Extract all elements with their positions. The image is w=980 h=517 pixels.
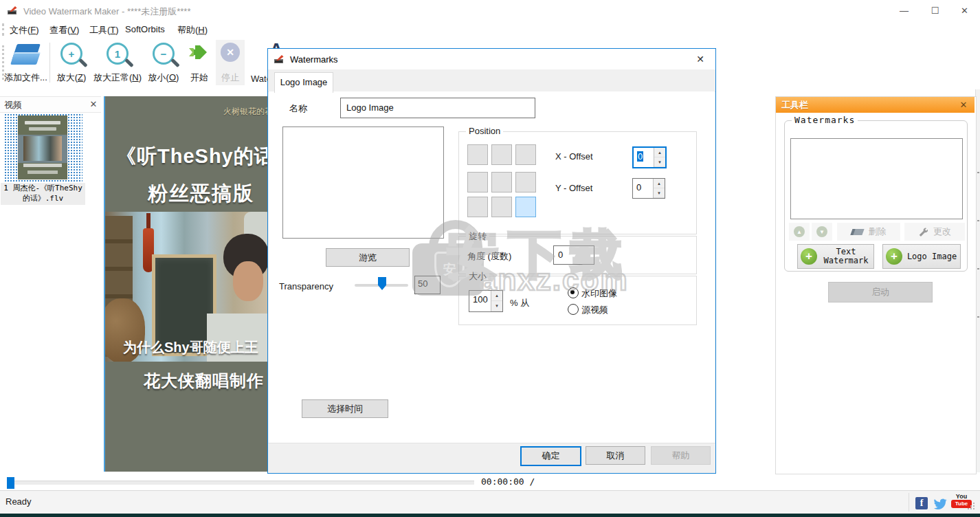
tool-panel-header: 工具栏 ✕	[776, 97, 975, 113]
select-time-button[interactable]: 选择时间	[302, 399, 388, 418]
angle-input[interactable]: 0	[553, 245, 594, 265]
radio-source-video-label[interactable]: 源视频	[581, 304, 608, 316]
position-cell-mid-left[interactable]	[467, 172, 488, 192]
transparency-value[interactable]: 50	[414, 276, 441, 294]
logo-preview-box	[282, 126, 444, 239]
tool-panel-close-icon[interactable]: ✕	[958, 99, 969, 110]
video-thumbnail-selection[interactable]	[4, 113, 82, 182]
launch-button: 启动	[828, 282, 933, 302]
position-cell-top-right[interactable]	[515, 144, 536, 165]
video-thumbnail[interactable]	[18, 116, 67, 179]
dialog-tab-strip	[268, 69, 715, 92]
title-bar: Video Watermark Maker - ****未注册版**** — ☐…	[0, 0, 980, 21]
y-offset-up-icon[interactable]: ▲	[654, 179, 665, 188]
video-panel-close-icon[interactable]: ✕	[88, 98, 99, 109]
dialog-title: Watermarks	[290, 54, 338, 65]
tab-logo-image[interactable]: Logo Image	[274, 72, 333, 93]
help-button: 帮助	[651, 446, 711, 465]
eraser-icon	[850, 229, 864, 235]
stop-icon: ✕	[221, 43, 240, 62]
position-cell-mid-right[interactable]	[515, 172, 536, 192]
menu-help[interactable]: 帮助(H)	[177, 24, 208, 36]
angle-label: 角度 (度数)	[467, 250, 511, 263]
zoom-in-icon: +	[60, 43, 82, 65]
menu-view[interactable]: 查看(V)	[49, 24, 79, 36]
radio-source-video[interactable]	[568, 304, 579, 315]
tool-panel-title: 工具栏	[781, 99, 808, 111]
change-button: 更改	[904, 223, 965, 241]
timeline-track[interactable]	[14, 481, 474, 485]
twitter-icon[interactable]	[933, 498, 947, 510]
menu-softorbits[interactable]: SoftOrbits	[125, 24, 165, 34]
window-title: Video Watermark Maker - ****未注册版****	[23, 6, 190, 18]
watermarks-group: Watermarks ▲ ▼ 删除 更改 + Text Watermark +	[784, 120, 968, 272]
add-text-watermark-button[interactable]: + Text Watermark	[797, 244, 874, 269]
video-corner-text: 火树银花的花大	[223, 106, 271, 118]
zoom-in-button[interactable]: + 放大(Z)	[54, 40, 89, 85]
size-up-icon[interactable]: ▲	[491, 291, 502, 301]
add-logo-image-button[interactable]: + Logo Image	[882, 244, 961, 269]
position-cell-top-left[interactable]	[467, 144, 488, 165]
close-button[interactable]: ✕	[949, 0, 980, 21]
watermarks-group-legend: Watermarks	[792, 115, 858, 125]
position-legend: Position	[466, 126, 503, 136]
radio-watermark-image[interactable]	[568, 287, 579, 298]
cancel-button[interactable]: 取消	[586, 446, 645, 465]
start-button[interactable]: 开始	[184, 40, 214, 85]
x-offset-up-icon[interactable]: ▲	[654, 148, 665, 157]
y-offset-down-icon[interactable]: ▼	[654, 188, 665, 198]
radio-watermark-image-label[interactable]: 水印图像	[581, 287, 617, 300]
menu-bar: 文件(F) 查看(V) 工具(T) SoftOrbits 帮助(H)	[0, 21, 980, 38]
x-offset-down-icon[interactable]: ▼	[654, 157, 665, 167]
position-cell-top-center[interactable]	[491, 144, 512, 165]
add-files-button[interactable]: 添加文件...	[4, 40, 47, 85]
timeline: 00:00:00 /	[0, 472, 980, 490]
menu-file[interactable]: 文件(F)	[10, 24, 39, 36]
facebook-icon[interactable]: f	[915, 497, 928, 509]
video-list-item-caption[interactable]: 1 周杰伦-《听TheShy 的话》.flv	[1, 183, 85, 205]
size-down-icon[interactable]: ▼	[491, 301, 502, 311]
ok-button[interactable]: 确定	[520, 446, 581, 466]
watermarks-list[interactable]	[790, 138, 963, 219]
move-down-button: ▼	[812, 223, 832, 241]
y-offset-spinner[interactable]: 0 ▲▼	[632, 178, 665, 199]
zoom-normal-button[interactable]: 1 放大正常(N)	[92, 40, 143, 85]
maximize-button[interactable]: ☐	[920, 0, 950, 21]
menu-gripper	[2, 23, 4, 36]
position-group: Position X - Offset 0 ▲▼ Y - Offset 0 ▲▼	[458, 131, 697, 234]
size-group: 大小 100 ▲▼ % 从 水印图像 源视频	[458, 276, 697, 325]
size-spinner[interactable]: 100 ▲▼	[469, 290, 503, 312]
status-separator	[909, 493, 909, 512]
browse-button[interactable]: 游览	[326, 248, 410, 267]
dialog-title-bar: Watermarks ✕	[268, 49, 715, 69]
position-cell-bottom-right-selected[interactable]	[515, 197, 536, 217]
move-up-icon: ▲	[794, 226, 805, 237]
timeline-time: 00:00:00 /	[481, 476, 535, 487]
status-bar: Ready f You Tube	[0, 490, 980, 514]
zoom-normal-icon: 1	[107, 43, 129, 65]
position-cell-mid-center[interactable]	[491, 172, 512, 192]
video-caption-mid: 为什么Shy哥随便上王	[123, 338, 258, 357]
size-legend: 大小	[466, 270, 489, 283]
rotation-legend: 旋转	[466, 230, 489, 243]
timeline-handle[interactable]	[7, 477, 14, 489]
rotation-group: 旋转 角度 (度数) 0	[458, 236, 697, 274]
dialog-icon	[274, 54, 285, 64]
plus-icon: +	[886, 248, 902, 265]
zoom-out-icon: −	[153, 43, 175, 65]
resize-grip[interactable]	[968, 503, 976, 511]
position-cell-bottom-center[interactable]	[491, 197, 512, 217]
minimize-button[interactable]: —	[889, 0, 920, 21]
position-cell-bottom-left[interactable]	[467, 197, 488, 217]
menu-tools[interactable]: 工具(T)	[89, 24, 119, 36]
video-title-line1: 《听TheShy的话	[116, 143, 271, 170]
video-title-line2: 粉丝恶搞版	[148, 180, 254, 208]
x-offset-spinner[interactable]: 0 ▲▼	[632, 146, 667, 168]
name-input[interactable]: Logo Image	[340, 98, 535, 118]
dialog-close-icon[interactable]: ✕	[692, 53, 709, 65]
move-up-button: ▲	[789, 223, 810, 241]
transparency-label: Transparency	[279, 281, 333, 292]
plus-icon: +	[801, 248, 817, 265]
video-preview[interactable]: 火树银花的花大 《听TheShy的话 粉丝恶搞版 为什么Shy哥随便上王 花大侠…	[104, 96, 271, 472]
zoom-out-button[interactable]: − 放小(O)	[146, 40, 181, 85]
